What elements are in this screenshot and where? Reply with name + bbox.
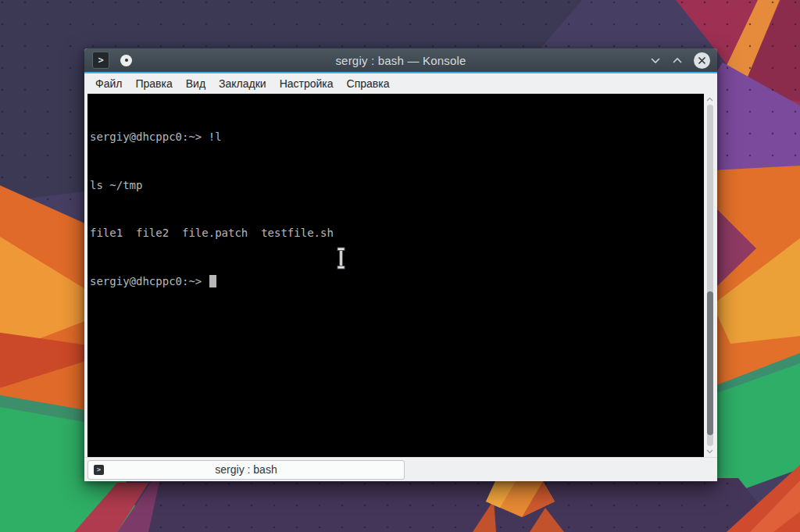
- close-icon: [698, 56, 706, 65]
- menu-settings[interactable]: Настройка: [280, 77, 334, 90]
- terminal-prompt: sergiy@dhcppc0:~>: [90, 275, 209, 287]
- terminal-area: sergiy@dhcppc0:~> !l ls ~/tmp file1 file…: [84, 94, 717, 457]
- scrollbar-thumb[interactable]: [707, 291, 713, 435]
- close-button[interactable]: [694, 52, 710, 69]
- scrollbar-up-button[interactable]: [705, 95, 714, 103]
- tab-label: sergiy : bash: [215, 463, 277, 476]
- menu-bookmarks[interactable]: Закладки: [219, 77, 266, 90]
- tab-bar: > sergiy : bash: [84, 457, 717, 481]
- terminal-line: sergiy@dhcppc0:~> !l: [90, 129, 704, 145]
- titlebar[interactable]: > sergiy : bash — Konsole: [84, 48, 717, 72]
- menu-file[interactable]: Файл: [95, 77, 122, 90]
- konsole-window: > sergiy : bash — Konsole: [84, 48, 717, 481]
- minimize-button[interactable]: [650, 57, 661, 64]
- pin-dot: [125, 59, 128, 62]
- titlebar-pin-icon[interactable]: [120, 55, 132, 66]
- terminal-scrollbar[interactable]: [705, 94, 715, 457]
- terminal-tab-icon: >: [94, 465, 104, 475]
- tab-sergiy-bash[interactable]: > sergiy : bash: [88, 460, 405, 480]
- menu-bar: Файл Правка Вид Закладки Настройка Справ…: [84, 73, 717, 94]
- menu-view[interactable]: Вид: [186, 77, 205, 90]
- chevron-up-icon: [672, 57, 683, 64]
- chevron-up-icon: [706, 97, 713, 102]
- terminal-screen[interactable]: sergiy@dhcppc0:~> !l ls ~/tmp file1 file…: [88, 94, 704, 457]
- chevron-down-icon: [706, 449, 713, 454]
- maximize-button[interactable]: [672, 57, 683, 64]
- menu-help[interactable]: Справка: [347, 77, 390, 90]
- terminal-cursor: [209, 275, 216, 287]
- window-title: sergiy : bash — Konsole: [84, 54, 717, 67]
- konsole-app-icon: >: [92, 52, 109, 69]
- terminal-line: ls ~/tmp: [90, 177, 704, 194]
- window-controls: [650, 52, 717, 69]
- chevron-down-icon: [650, 57, 661, 64]
- terminal-line: file1 file2 file.patch testfile.sh: [90, 225, 704, 241]
- ibeam-mouse-cursor: [335, 247, 347, 270]
- menu-edit[interactable]: Правка: [135, 77, 172, 90]
- scrollbar-down-button[interactable]: [705, 448, 714, 455]
- terminal-prompt-line: sergiy@dhcppc0:~>: [90, 273, 704, 290]
